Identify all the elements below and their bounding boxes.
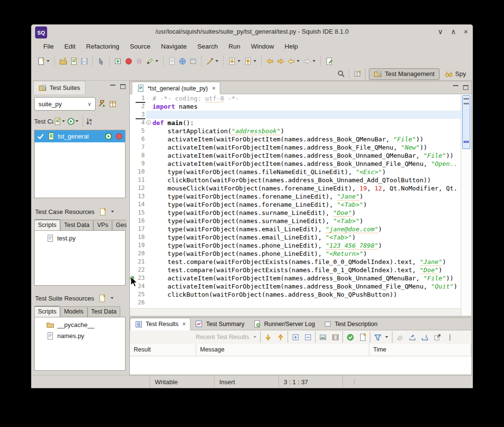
- line-marker-gutter[interactable]: [130, 282, 135, 290]
- line-marker-gutter[interactable]: [130, 258, 135, 266]
- line-marker-gutter[interactable]: [130, 135, 135, 143]
- code-line-26[interactable]: 26: [130, 299, 461, 307]
- dropdown-arrow-icon[interactable]: [253, 60, 256, 62]
- step-into-icon[interactable]: [227, 55, 237, 67]
- dropdown-arrow-icon[interactable]: [297, 60, 300, 62]
- horizontal-scrollbar[interactable]: [130, 308, 461, 316]
- resource-names.py[interactable]: names.py: [35, 330, 125, 341]
- menu-item-source[interactable]: Source: [125, 41, 156, 52]
- code-line-6[interactable]: 6 activateItem(waitForObjectItem(names.a…: [130, 135, 461, 143]
- close-button[interactable]: ×: [464, 27, 468, 37]
- pencil-icon[interactable]: [144, 55, 155, 67]
- open-perspective-icon[interactable]: +: [353, 70, 362, 78]
- code-line-7[interactable]: 7 activateItem(waitForObjectItem(names.a…: [130, 143, 461, 151]
- launch-icon[interactable]: [204, 55, 215, 67]
- dropdown-arrow-icon[interactable]: [62, 120, 65, 122]
- step-return-icon[interactable]: [242, 55, 253, 67]
- record-test-case-icon[interactable]: [115, 132, 123, 140]
- suite-selector[interactable]: suite_py ∨: [34, 97, 96, 111]
- close-tab-icon[interactable]: ×: [212, 85, 215, 92]
- tab-scripts[interactable]: Scripts: [34, 219, 60, 230]
- tab-test-description[interactable]: Test Description: [319, 318, 382, 330]
- resource-__pycache__[interactable]: __pycache__: [35, 319, 125, 330]
- test-case-row-tst_general[interactable]: tst_general: [35, 130, 125, 142]
- code-line-24[interactable]: 24 activateItem(waitForObjectItem(names.…: [130, 282, 461, 290]
- column-header-time[interactable]: Time: [369, 344, 471, 356]
- code-line-3[interactable]: 3: [130, 111, 461, 119]
- menu-item-refactoring[interactable]: Refactoring: [81, 41, 125, 52]
- code-line-9[interactable]: 9 activateItem(waitForObjectItem(names.a…: [130, 160, 461, 168]
- line-marker-gutter[interactable]: [130, 111, 135, 119]
- line-marker-gutter[interactable]: [130, 290, 135, 299]
- line-marker-gutter[interactable]: [130, 102, 135, 111]
- line-marker-gutter[interactable]: [130, 201, 135, 209]
- menu-item-navigate[interactable]: Navigate: [156, 41, 192, 52]
- tab-gestures[interactable]: Gestures: [112, 220, 126, 230]
- forward-gray-icon[interactable]: [302, 55, 312, 67]
- line-marker-gutter[interactable]: [130, 127, 135, 135]
- maximize-view-icon[interactable]: [463, 85, 468, 90]
- tab-test-results[interactable]: Test Results×: [130, 318, 190, 330]
- recent-test-results-label[interactable]: Recent Test Results: [196, 334, 249, 340]
- code-line-1[interactable]: 1# -*- coding: utf-8 -*-: [130, 94, 461, 102]
- tab-test-data[interactable]: Test Data: [88, 306, 121, 317]
- search-icon[interactable]: [337, 70, 345, 78]
- code-line-17[interactable]: 17 type(waitForObject(names.email_LineEd…: [130, 225, 461, 233]
- code-line-12[interactable]: 12 mouseClick(waitForObject(names.forena…: [130, 184, 461, 192]
- perspective-spy[interactable]: Spy: [443, 69, 468, 79]
- code-line-19[interactable]: 19 type(waitForObject(names.phone_LineEd…: [130, 241, 461, 250]
- close-tab-icon[interactable]: ×: [182, 321, 186, 327]
- new-test-case-icon[interactable]: +: [53, 117, 62, 126]
- dropdown-arrow-icon[interactable]: [253, 336, 256, 338]
- line-marker-gutter[interactable]: [130, 217, 135, 225]
- code-line-15[interactable]: 15 type(waitForObject(names.surname_Line…: [130, 209, 461, 217]
- collapse-all-icon[interactable]: [302, 331, 313, 343]
- dropdown-arrow-icon[interactable]: [76, 120, 78, 122]
- dropdown-arrow-icon[interactable]: [47, 60, 50, 62]
- scrollbar-thumb[interactable]: [462, 95, 470, 149]
- menu-item-edit[interactable]: Edit: [59, 41, 81, 52]
- minimize-view-icon[interactable]: [453, 85, 458, 89]
- code-line-23[interactable]: 23 activateItem(waitForObjectItem(names.…: [130, 274, 461, 282]
- new-resource-icon[interactable]: +: [99, 208, 107, 216]
- new-wizard-icon[interactable]: +: [36, 55, 46, 67]
- column-header-result[interactable]: Result: [130, 344, 196, 356]
- code-text[interactable]: 1# -*- coding: utf-8 -*-2import names34−…: [130, 94, 461, 308]
- new-test-case-icon[interactable]: +: [68, 55, 79, 67]
- code-line-13[interactable]: 13 type(waitForObject(names.forename_Lin…: [130, 192, 461, 201]
- code-line-10[interactable]: 10 type(waitForObject(names.fileNameEdit…: [130, 168, 461, 176]
- record-icon[interactable]: [123, 55, 134, 67]
- line-marker-gutter[interactable]: [130, 209, 135, 217]
- save-icon[interactable]: [79, 55, 89, 67]
- eraser-icon[interactable]: [394, 331, 405, 343]
- new-resource-icon[interactable]: +: [98, 294, 106, 302]
- line-marker-gutter[interactable]: [130, 225, 135, 233]
- line-marker-gutter[interactable]: [130, 192, 135, 201]
- web-browser-icon[interactable]: [177, 55, 188, 67]
- line-marker-gutter[interactable]: [130, 184, 135, 192]
- suite-settings-icon[interactable]: [98, 100, 106, 108]
- image-icon[interactable]: [317, 331, 328, 343]
- forward-gold-icon[interactable]: [275, 55, 286, 67]
- back-gold-icon[interactable]: [265, 55, 275, 67]
- code-line-8[interactable]: 8 activateItem(waitForObjectItem(names.a…: [130, 151, 461, 160]
- window-view-icon[interactable]: [188, 55, 198, 67]
- line-marker-gutter[interactable]: [130, 266, 135, 274]
- breakpoint-marker[interactable]: [130, 274, 135, 282]
- maximize-button[interactable]: ∧: [451, 27, 456, 37]
- tab-test-summary[interactable]: Test Summary: [190, 318, 249, 330]
- line-marker-gutter[interactable]: [130, 151, 135, 160]
- last-edit-location-icon[interactable]: [324, 55, 334, 67]
- dropdown-arrow-icon[interactable]: [313, 60, 315, 62]
- run-test-suite-icon[interactable]: [67, 117, 75, 126]
- object-picker-icon[interactable]: [96, 55, 106, 67]
- new-report-icon[interactable]: +: [357, 331, 368, 343]
- check-green-icon[interactable]: [345, 331, 355, 343]
- minimize-button[interactable]: ∨: [438, 27, 443, 37]
- new-test-suite-icon[interactable]: +: [58, 55, 68, 67]
- dropdown-arrow-icon[interactable]: [215, 60, 218, 62]
- export-down-icon[interactable]: [419, 331, 430, 343]
- code-line-22[interactable]: 22 test.compare(waitForObjectExists(name…: [130, 266, 461, 274]
- up-gold-icon[interactable]: [275, 331, 286, 343]
- export-up-icon[interactable]: [407, 331, 417, 343]
